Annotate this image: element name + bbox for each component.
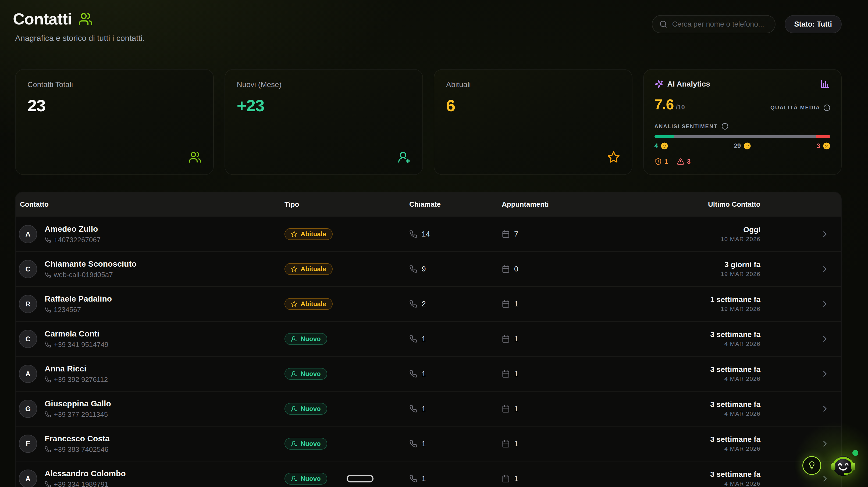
avatar: F [19, 434, 37, 453]
avatar: G [19, 400, 37, 418]
quality-label: QUALITÀ MEDIA [770, 104, 820, 111]
phone-icon [44, 306, 51, 313]
neutral-count: 29 [734, 142, 741, 150]
ai-card-title: AI Analytics [668, 80, 710, 89]
contact-name: Anna Ricci [44, 364, 108, 373]
neutral-emoji-icon [744, 142, 751, 150]
chevron-right-icon [820, 439, 830, 449]
stat-card-new: Nuovi (Mese) +23 [224, 69, 423, 175]
type-badge: Nuovo [284, 368, 327, 380]
contact-phone: +39 383 7402546 [54, 445, 108, 454]
lightbulb-icon [807, 461, 816, 470]
last-contact-relative: 1 settimane fa [650, 295, 761, 304]
warning-triangle-icon [677, 158, 684, 165]
type-badge: Abituale [284, 228, 333, 240]
table-row[interactable]: C Chiamante Sconosciuto web-call-019d05a… [16, 251, 841, 286]
contacts-page: Contatti Anagrafica e storico di tutti i… [0, 0, 868, 487]
last-contact-relative: 3 settimane fa [650, 435, 761, 444]
table-row[interactable]: A Anna Ricci +39 392 9276112 Nuo [16, 356, 841, 391]
phone-icon [44, 376, 51, 383]
status-filter-button[interactable]: Stato: Tutti [785, 15, 842, 33]
stat-label: Abituali [446, 80, 620, 89]
contact-name: Raffaele Padalino [44, 294, 112, 303]
search-icon [659, 20, 668, 28]
contact-name: Carmela Conti [44, 329, 108, 338]
appointments-count: 1 [514, 474, 519, 483]
table-row[interactable]: F Francesco Costa +39 383 7402546 [16, 426, 841, 461]
last-contact-date: 4 MAR 2026 [650, 480, 761, 487]
table-row[interactable]: G Giuseppina Gallo +39 377 2911345 [16, 391, 841, 426]
avatar: C [19, 330, 37, 348]
sentiment-bar [654, 135, 831, 138]
table-row[interactable]: A Alessandro Colombo +39 334 1989791 [16, 461, 841, 487]
contact-phone: web-call-019d05a7 [54, 271, 113, 279]
calls-count: 2 [422, 300, 426, 308]
type-badge: Nuovo [284, 438, 327, 450]
chatbot-avatar-button[interactable] [829, 451, 858, 480]
appointments-count: 1 [514, 335, 519, 343]
shield-alert-count: 1 [665, 158, 668, 165]
appointments-count: 1 [514, 404, 519, 413]
bar-chart-icon [819, 79, 830, 90]
last-contact-date: 4 MAR 2026 [650, 445, 761, 452]
calls-count: 1 [422, 404, 426, 413]
search-box[interactable] [652, 15, 775, 33]
info-icon[interactable] [824, 104, 830, 111]
calls-count: 9 [422, 265, 426, 273]
last-contact-relative: Oggi [650, 226, 761, 234]
avatar: C [19, 260, 37, 278]
warning-count: 3 [687, 158, 690, 165]
stat-label: Nuovi (Mese) [237, 80, 411, 89]
contact-name: Alessandro Colombo [44, 469, 126, 478]
phone-icon [44, 341, 51, 348]
user-plus-icon [291, 441, 298, 447]
last-contact-date: 4 MAR 2026 [650, 340, 761, 348]
stat-value: +23 [237, 96, 411, 115]
tips-lightbulb-button[interactable] [802, 456, 821, 475]
table-row[interactable]: C Carmela Conti +39 341 9514749 [16, 321, 841, 356]
search-input[interactable] [672, 20, 769, 29]
last-contact-date: 4 MAR 2026 [650, 411, 761, 417]
calls-count: 1 [422, 369, 426, 378]
contact-phone: +39 334 1989791 [54, 480, 108, 487]
table-row[interactable]: R Raffaele Padalino 1234567 Abit [16, 286, 841, 321]
positive-count: 4 [654, 142, 658, 150]
sad-emoji-icon [823, 142, 830, 150]
sparkles-icon [654, 80, 663, 89]
chevron-right-icon [820, 264, 830, 274]
appointments-count: 1 [514, 440, 519, 448]
phone-icon [44, 271, 51, 278]
star-icon [291, 231, 298, 237]
contact-phone: +39 341 9514749 [54, 340, 108, 349]
sentiment-bar-neutral [674, 135, 816, 138]
assistant-widgets [802, 451, 858, 480]
last-contact-relative: 3 settimane fa [650, 400, 761, 409]
phone-icon [409, 265, 417, 273]
user-plus-icon [291, 476, 298, 482]
contacts-table: Contatto Tipo Chiamate Appuntamenti Ulti… [15, 192, 842, 487]
last-contact-relative: 3 settimane fa [650, 365, 761, 374]
star-icon [291, 266, 298, 272]
info-icon[interactable] [721, 123, 728, 130]
appointments-count: 0 [514, 265, 519, 273]
page-subtitle: Anagrafica e storico di tutti i contatti… [15, 34, 145, 43]
stat-card-regulars: Abituali 6 [434, 69, 632, 175]
table-body: A Amedeo Zullo +40732267067 Abit [16, 216, 841, 487]
sentiment-bar-negative [816, 135, 830, 138]
column-header-tipo: Tipo [284, 200, 409, 208]
page-header: Contatti Anagrafica e storico di tutti i… [15, 0, 842, 43]
calls-count: 1 [422, 335, 426, 343]
chevron-right-icon [820, 229, 830, 239]
appointments-count: 1 [514, 300, 519, 308]
last-contact-date: 4 MAR 2026 [650, 376, 761, 383]
phone-icon [44, 236, 51, 243]
contact-phone: +40732267067 [54, 236, 100, 244]
shield-alert-icon [654, 158, 662, 165]
calls-count: 14 [422, 230, 430, 238]
table-row[interactable]: A Amedeo Zullo +40732267067 Abit [16, 216, 841, 251]
negative-count: 3 [817, 142, 820, 150]
stats-row: Contatti Totali 23 Nuovi (Mese) +23 [15, 69, 842, 173]
type-badge-label: Abituale [301, 265, 326, 273]
type-badge-label: Nuovo [301, 475, 321, 482]
header-actions: Stato: Tutti [652, 15, 842, 33]
